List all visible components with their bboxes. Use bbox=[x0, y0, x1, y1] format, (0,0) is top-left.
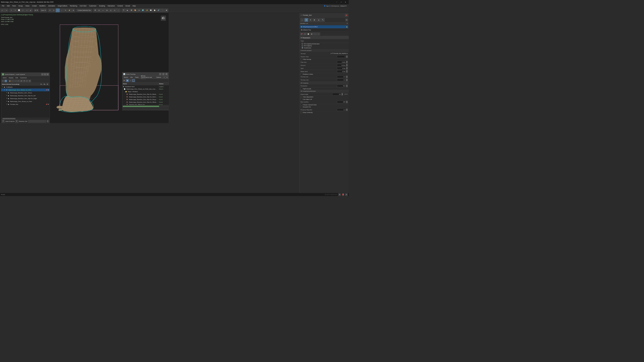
amount-input[interactable] bbox=[337, 64, 346, 66]
radio-2d-mapping[interactable]: 2D mapping (landscape) bbox=[302, 43, 346, 44]
water-level-input[interactable] bbox=[337, 70, 346, 72]
filter-dropdown[interactable]: All ▼ bbox=[34, 9, 39, 12]
layer-toggle-btn[interactable]: ☰ bbox=[2, 120, 4, 122]
scene-tree[interactable]: 👁 ▶ 0 (default) 👁 ▼ Balenciaga_Zero_Shoe… bbox=[1, 86, 50, 118]
lasso-select-button[interactable]: ⚬ bbox=[25, 8, 29, 12]
scale-button[interactable]: ⤡ bbox=[56, 8, 60, 12]
menu-views[interactable]: Views bbox=[24, 4, 31, 7]
se-options-btn[interactable]: ⚙ bbox=[28, 80, 31, 82]
rect-select-button[interactable]: ⬜ bbox=[17, 8, 21, 12]
max-subdivs-input[interactable] bbox=[337, 101, 346, 103]
viewport-render-button[interactable]: 🖥 bbox=[164, 8, 168, 12]
scale-type-button[interactable]: ↕ bbox=[60, 8, 64, 12]
resolution-input[interactable] bbox=[337, 85, 346, 87]
radio-3d-mapping[interactable]: 3D mapping bbox=[302, 45, 346, 46]
at-refresh-btn[interactable]: ↺ bbox=[163, 76, 166, 79]
mod-cfg-btn[interactable]: ⚙ bbox=[304, 32, 306, 35]
menu-scripting[interactable]: Scripting bbox=[98, 4, 106, 7]
modifier-editable-poly[interactable]: Editable Poly bbox=[300, 28, 348, 31]
texmap-max-down[interactable]: ▼ bbox=[346, 80, 348, 81]
menu-customize[interactable]: Customize bbox=[88, 4, 98, 7]
radio-subdivision[interactable]: Subdivision bbox=[302, 47, 346, 48]
create-panel-btn[interactable]: + bbox=[300, 18, 304, 22]
at-row-maxfile[interactable]: 📄 Balenciaga_Zero_Shoes_on_Feet_max_vray… bbox=[122, 88, 169, 90]
at-content[interactable]: 🖥 Autodesk Vault Logged... 📄 Balenciaga_… bbox=[122, 85, 169, 105]
align2-button[interactable]: ≡ bbox=[101, 8, 105, 12]
menu-civil-view[interactable]: Civil View bbox=[78, 4, 88, 7]
keep-continuity-checkbox[interactable]: ✓ bbox=[300, 112, 302, 113]
undo-button[interactable]: ↩ bbox=[0, 8, 4, 12]
menu-create[interactable]: Create bbox=[31, 4, 38, 7]
render-message-button[interactable]: 💬 bbox=[149, 8, 152, 12]
selection-set-dropdown[interactable] bbox=[28, 120, 46, 122]
display-panel-btn[interactable]: 👁 bbox=[317, 18, 320, 22]
fence-select-button[interactable]: ⬡ bbox=[21, 8, 25, 12]
se-menu-select[interactable]: Select bbox=[2, 76, 8, 79]
right-cfg-btn[interactable]: ⚙ bbox=[345, 19, 348, 21]
obj-balenciaga-zero-shoes-on-feet[interactable]: 👁 ▶ Balenciaga_Zero_Shoes_on_Feet bbox=[1, 100, 50, 103]
modifier-vray-displacement[interactable]: VRayDisplacementMod 🔒 bbox=[300, 25, 348, 28]
se-up-btn[interactable]: ↑ bbox=[12, 80, 14, 82]
at-restore[interactable]: □ bbox=[162, 73, 164, 75]
params-header[interactable]: ▼ Parameters bbox=[300, 36, 349, 39]
obj-female-foot[interactable]: 👁 ▶ Female_foot 📌 👁 bbox=[1, 103, 50, 105]
utilities-panel-btn[interactable]: 🔧 bbox=[321, 18, 325, 22]
water-level-spinner[interactable]: ▲ ▼ bbox=[337, 70, 348, 72]
quick-render-button[interactable]: ⬛ bbox=[161, 8, 164, 12]
obj-balenciaga-slip-on-left[interactable]: 👁 ▶ Balenciaga_Barefoot_Zero_Slip-On_lef… bbox=[1, 94, 50, 97]
close-button[interactable]: ✕ bbox=[344, 0, 348, 4]
menu-content[interactable]: Content bbox=[116, 4, 124, 7]
shift-spinner[interactable]: ▲ ▼ bbox=[337, 67, 348, 69]
filter-blur-spinner[interactable]: ▲ ▼ bbox=[337, 61, 348, 63]
paint-select-button[interactable]: 🖌 bbox=[29, 8, 32, 12]
select-name-button[interactable]: ✎ bbox=[14, 8, 17, 12]
menu-rendering[interactable]: Rendering bbox=[69, 4, 78, 7]
menu-group[interactable]: Group bbox=[17, 4, 24, 7]
mirror-button[interactable]: ⇌ bbox=[94, 8, 97, 12]
minimize-button[interactable]: − bbox=[335, 0, 339, 4]
align3-button[interactable]: ⊞ bbox=[105, 8, 109, 12]
align4-button[interactable]: ◫ bbox=[109, 8, 112, 12]
resolution-spinner[interactable]: ▲ ▼ bbox=[337, 85, 348, 87]
max-subdivs-down[interactable]: ▼ bbox=[346, 102, 348, 103]
se-menu-edit[interactable]: Edit bbox=[14, 76, 19, 79]
select-object-button[interactable]: ↖ bbox=[10, 8, 13, 12]
filter-texmap-checkbox[interactable]: ✓ bbox=[300, 59, 302, 60]
at-tb-4[interactable]: ⬛ bbox=[132, 79, 135, 82]
percent-snap-button[interactable]: % bbox=[64, 8, 67, 12]
layer-balenciaga-zero-shoes-feet[interactable]: 👁 ▼ Balenciaga_Zero_Shoes_on_Feet 📌 👁 bbox=[1, 88, 50, 91]
preserve-map-brd-spinner[interactable]: ▲ ▼ bbox=[337, 108, 348, 111]
select-rotate-button[interactable]: ↻ bbox=[52, 8, 56, 12]
right-pin-btn[interactable]: 📌 bbox=[345, 14, 348, 16]
mod-copy-btn[interactable]: 📋 bbox=[307, 32, 310, 35]
at-tb-3[interactable]: ≡ bbox=[129, 79, 132, 82]
environment-button[interactable]: 🌍 bbox=[141, 8, 145, 12]
at-menu-options[interactable]: Options bbox=[155, 76, 162, 78]
obj-balenciaga-slip-on-right[interactable]: 👁 ▶ Balenciaga_Barefoot_Zero_Slip-On_Rig… bbox=[1, 97, 50, 100]
menu-interactive[interactable]: Interactive bbox=[106, 4, 116, 7]
shift-down[interactable]: ▼ bbox=[346, 68, 348, 69]
effects-button[interactable]: ✨ bbox=[145, 8, 149, 12]
render-history-button[interactable]: 📋 bbox=[153, 8, 156, 12]
bottom-snap-btn[interactable]: 🧲 bbox=[342, 193, 344, 196]
scene-explorer-minimize[interactable]: − bbox=[41, 73, 44, 76]
resolution-down[interactable]: ▼ bbox=[346, 86, 348, 87]
se-down-btn[interactable]: ↓ bbox=[14, 80, 17, 82]
hierarchy-panel-btn[interactable]: ⊕ bbox=[309, 18, 312, 22]
maximize-button[interactable]: □ bbox=[339, 0, 343, 4]
at-tb-1[interactable]: ▶ bbox=[123, 79, 126, 82]
texmap-min-input[interactable] bbox=[337, 76, 346, 78]
at-minimize[interactable]: − bbox=[159, 73, 162, 75]
align-button[interactable]: ⊟ bbox=[97, 8, 101, 12]
menu-arnold[interactable]: Arnold bbox=[124, 4, 131, 7]
se-menu-display[interactable]: Display bbox=[8, 76, 14, 79]
layer-default[interactable]: 👁 ▶ 0 (default) bbox=[1, 86, 50, 88]
redo-button[interactable]: ↪ bbox=[4, 8, 8, 12]
water-level-down[interactable]: ▼ bbox=[346, 71, 348, 72]
xref-button[interactable]: 🔗 bbox=[157, 8, 160, 12]
menu-animation[interactable]: Animation bbox=[47, 4, 56, 7]
at-tb-2[interactable]: ◼ bbox=[126, 79, 129, 82]
scene-explorer-close[interactable]: ✕ bbox=[46, 73, 49, 76]
material-editor-button[interactable]: 🎨 bbox=[134, 8, 137, 12]
mod-down-btn[interactable]: ↓ bbox=[317, 32, 320, 35]
